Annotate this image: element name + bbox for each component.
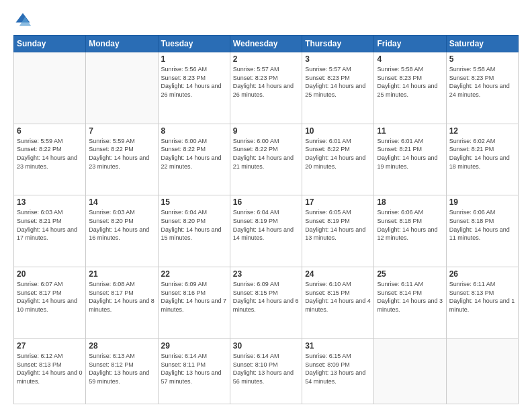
day-info: Sunrise: 6:00 AM Sunset: 8:22 PM Dayligh… (233, 137, 299, 171)
calendar-cell: 13Sunrise: 6:03 AM Sunset: 8:21 PM Dayli… (14, 195, 86, 267)
logo-icon (13, 11, 32, 30)
weekday-header-monday: Monday (86, 36, 158, 52)
calendar-week-1: 1Sunrise: 5:56 AM Sunset: 8:23 PM Daylig… (14, 52, 519, 124)
calendar-cell: 11Sunrise: 6:01 AM Sunset: 8:21 PM Dayli… (374, 124, 446, 195)
day-info: Sunrise: 6:15 AM Sunset: 8:09 PM Dayligh… (305, 352, 371, 385)
day-number: 10 (305, 126, 371, 136)
calendar-week-5: 27Sunrise: 6:12 AM Sunset: 8:13 PM Dayli… (14, 338, 519, 404)
day-info: Sunrise: 6:04 AM Sunset: 8:19 PM Dayligh… (233, 208, 299, 242)
calendar-cell: 23Sunrise: 6:09 AM Sunset: 8:15 PM Dayli… (230, 267, 302, 339)
day-number: 16 (233, 197, 299, 207)
calendar-cell: 30Sunrise: 6:14 AM Sunset: 8:10 PM Dayli… (230, 338, 302, 404)
day-number: 17 (305, 197, 371, 207)
calendar-cell: 6Sunrise: 5:59 AM Sunset: 8:22 PM Daylig… (14, 124, 86, 195)
day-info: Sunrise: 5:58 AM Sunset: 8:23 PM Dayligh… (449, 65, 515, 99)
day-number: 26 (449, 269, 515, 279)
day-info: Sunrise: 6:06 AM Sunset: 8:18 PM Dayligh… (449, 208, 515, 242)
calendar-cell: 1Sunrise: 5:56 AM Sunset: 8:23 PM Daylig… (158, 52, 230, 124)
day-info: Sunrise: 5:59 AM Sunset: 8:22 PM Dayligh… (17, 137, 83, 171)
calendar-cell: 4Sunrise: 5:58 AM Sunset: 8:23 PM Daylig… (374, 52, 446, 124)
calendar-week-2: 6Sunrise: 5:59 AM Sunset: 8:22 PM Daylig… (14, 124, 519, 195)
calendar-cell: 22Sunrise: 6:09 AM Sunset: 8:16 PM Dayli… (158, 267, 230, 339)
day-info: Sunrise: 5:57 AM Sunset: 8:23 PM Dayligh… (305, 65, 371, 99)
weekday-header-saturday: Saturday (446, 36, 518, 52)
day-info: Sunrise: 6:07 AM Sunset: 8:17 PM Dayligh… (17, 280, 83, 314)
day-info: Sunrise: 6:14 AM Sunset: 8:11 PM Dayligh… (161, 352, 227, 385)
day-number: 8 (161, 126, 227, 136)
calendar-cell: 25Sunrise: 6:11 AM Sunset: 8:14 PM Dayli… (374, 267, 446, 339)
day-number: 28 (89, 341, 154, 351)
day-number: 15 (161, 197, 227, 207)
day-number: 27 (17, 341, 83, 351)
header (13, 11, 519, 30)
calendar-cell: 19Sunrise: 6:06 AM Sunset: 8:18 PM Dayli… (446, 195, 518, 267)
calendar-cell (374, 338, 446, 404)
calendar-week-3: 13Sunrise: 6:03 AM Sunset: 8:21 PM Dayli… (14, 195, 519, 267)
day-number: 30 (233, 341, 299, 351)
calendar-cell: 2Sunrise: 5:57 AM Sunset: 8:23 PM Daylig… (230, 52, 302, 124)
weekday-header-thursday: Thursday (302, 36, 374, 52)
day-info: Sunrise: 6:00 AM Sunset: 8:22 PM Dayligh… (161, 137, 227, 171)
day-number: 18 (377, 197, 443, 207)
calendar-cell: 12Sunrise: 6:02 AM Sunset: 8:21 PM Dayli… (446, 124, 518, 195)
calendar-table: SundayMondayTuesdayWednesdayThursdayFrid… (13, 35, 519, 404)
calendar-cell: 28Sunrise: 6:13 AM Sunset: 8:12 PM Dayli… (86, 338, 158, 404)
calendar-cell: 29Sunrise: 6:14 AM Sunset: 8:11 PM Dayli… (158, 338, 230, 404)
page: SundayMondayTuesdayWednesdayThursdayFrid… (0, 0, 532, 411)
calendar-cell: 24Sunrise: 6:10 AM Sunset: 8:15 PM Dayli… (302, 267, 374, 339)
day-number: 19 (449, 197, 515, 207)
day-number: 21 (89, 269, 154, 279)
day-info: Sunrise: 6:03 AM Sunset: 8:21 PM Dayligh… (17, 208, 83, 242)
day-info: Sunrise: 6:01 AM Sunset: 8:22 PM Dayligh… (305, 137, 371, 171)
day-info: Sunrise: 6:09 AM Sunset: 8:15 PM Dayligh… (233, 280, 299, 314)
calendar-cell: 15Sunrise: 6:04 AM Sunset: 8:20 PM Dayli… (158, 195, 230, 267)
day-number: 3 (305, 54, 371, 64)
calendar-cell: 17Sunrise: 6:05 AM Sunset: 8:19 PM Dayli… (302, 195, 374, 267)
day-number: 25 (377, 269, 443, 279)
day-info: Sunrise: 6:10 AM Sunset: 8:15 PM Dayligh… (305, 280, 371, 314)
day-info: Sunrise: 6:13 AM Sunset: 8:12 PM Dayligh… (89, 352, 154, 385)
calendar-week-4: 20Sunrise: 6:07 AM Sunset: 8:17 PM Dayli… (14, 267, 519, 339)
day-info: Sunrise: 6:11 AM Sunset: 8:14 PM Dayligh… (377, 280, 443, 314)
calendar-cell: 5Sunrise: 5:58 AM Sunset: 8:23 PM Daylig… (446, 52, 518, 124)
day-number: 13 (17, 197, 83, 207)
calendar-cell: 21Sunrise: 6:08 AM Sunset: 8:17 PM Dayli… (86, 267, 158, 339)
day-info: Sunrise: 6:06 AM Sunset: 8:18 PM Dayligh… (377, 208, 443, 242)
calendar-header: SundayMondayTuesdayWednesdayThursdayFrid… (14, 36, 519, 52)
day-info: Sunrise: 6:01 AM Sunset: 8:21 PM Dayligh… (377, 137, 443, 171)
day-number: 7 (89, 126, 154, 136)
day-info: Sunrise: 6:14 AM Sunset: 8:10 PM Dayligh… (233, 352, 299, 385)
day-info: Sunrise: 5:58 AM Sunset: 8:23 PM Dayligh… (377, 65, 443, 99)
day-info: Sunrise: 6:02 AM Sunset: 8:21 PM Dayligh… (449, 137, 515, 171)
day-info: Sunrise: 6:03 AM Sunset: 8:20 PM Dayligh… (89, 208, 154, 242)
calendar-cell: 10Sunrise: 6:01 AM Sunset: 8:22 PM Dayli… (302, 124, 374, 195)
calendar-cell: 16Sunrise: 6:04 AM Sunset: 8:19 PM Dayli… (230, 195, 302, 267)
weekday-row: SundayMondayTuesdayWednesdayThursdayFrid… (14, 36, 519, 52)
day-number: 29 (161, 341, 227, 351)
calendar-cell: 14Sunrise: 6:03 AM Sunset: 8:20 PM Dayli… (86, 195, 158, 267)
calendar-cell (446, 338, 518, 404)
day-info: Sunrise: 5:56 AM Sunset: 8:23 PM Dayligh… (161, 65, 227, 99)
day-info: Sunrise: 5:57 AM Sunset: 8:23 PM Dayligh… (233, 65, 299, 99)
day-number: 9 (233, 126, 299, 136)
logo (13, 11, 35, 30)
weekday-header-tuesday: Tuesday (158, 36, 230, 52)
calendar-cell: 27Sunrise: 6:12 AM Sunset: 8:13 PM Dayli… (14, 338, 86, 404)
day-number: 22 (161, 269, 227, 279)
day-number: 4 (377, 54, 443, 64)
day-info: Sunrise: 6:09 AM Sunset: 8:16 PM Dayligh… (161, 280, 227, 314)
day-info: Sunrise: 6:12 AM Sunset: 8:13 PM Dayligh… (17, 352, 83, 385)
weekday-header-friday: Friday (374, 36, 446, 52)
calendar-cell: 9Sunrise: 6:00 AM Sunset: 8:22 PM Daylig… (230, 124, 302, 195)
calendar-cell (14, 52, 86, 124)
weekday-header-wednesday: Wednesday (230, 36, 302, 52)
day-number: 2 (233, 54, 299, 64)
day-number: 31 (305, 341, 371, 351)
day-info: Sunrise: 6:04 AM Sunset: 8:20 PM Dayligh… (161, 208, 227, 242)
day-number: 23 (233, 269, 299, 279)
day-number: 12 (449, 126, 515, 136)
calendar-cell (86, 52, 158, 124)
day-info: Sunrise: 6:05 AM Sunset: 8:19 PM Dayligh… (305, 208, 371, 242)
calendar-body: 1Sunrise: 5:56 AM Sunset: 8:23 PM Daylig… (14, 52, 519, 404)
weekday-header-sunday: Sunday (14, 36, 86, 52)
